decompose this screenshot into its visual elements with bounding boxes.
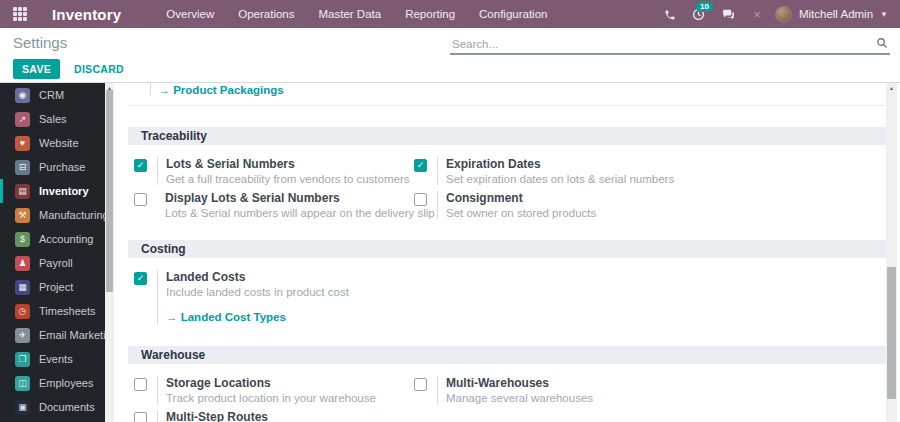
sidebar-item-events[interactable]: ❐Events bbox=[0, 347, 105, 371]
top-navbar: Inventory OverviewOperationsMaster DataR… bbox=[0, 0, 900, 28]
sidebar-item-employees[interactable]: ◫Employees bbox=[0, 371, 105, 395]
setting-label[interactable]: Display Lots & Serial Numbers bbox=[165, 191, 435, 205]
menu-item-overview[interactable]: Overview bbox=[156, 4, 224, 24]
option-divider bbox=[157, 376, 158, 404]
checkbox-display-lots-serial-numbers[interactable] bbox=[134, 193, 147, 206]
sidebar-item-label: Inventory bbox=[39, 185, 89, 197]
sidebar-item-label: Payroll bbox=[39, 257, 73, 269]
project-app-icon: ▦ bbox=[15, 280, 30, 295]
main-region: ◉CRM↗Sales♥Website⊟Purchase▤Inventory⚒Ma… bbox=[0, 82, 900, 422]
section-options: ✓Landed CostsInclude landed costs in pro… bbox=[114, 270, 886, 325]
option-divider bbox=[437, 191, 438, 219]
setting-description: Track product location in your warehouse bbox=[166, 392, 376, 404]
option-text: Expiration DatesSet expiration dates on … bbox=[446, 157, 674, 185]
search-box bbox=[450, 30, 890, 55]
email-marketing-app-icon: ✈ bbox=[15, 328, 30, 343]
app-menu: OverviewOperationsMaster DataReportingCo… bbox=[156, 4, 557, 24]
setting-option-lots-serial-numbers: ✓Lots & Serial NumbersGet a full traceab… bbox=[134, 157, 414, 185]
setting-label[interactable]: Consignment bbox=[446, 191, 596, 205]
checkbox-multi-warehouses[interactable] bbox=[414, 378, 427, 391]
option-text: Landed CostsInclude landed costs in prod… bbox=[166, 270, 349, 325]
setting-option-multi-warehouses: Multi-WarehousesManage several warehouse… bbox=[414, 376, 886, 404]
setting-option-landed-costs: ✓Landed CostsInclude landed costs in pro… bbox=[134, 270, 886, 325]
sidebar-item-label: Sales bbox=[39, 113, 67, 125]
save-button[interactable]: SAVE bbox=[13, 59, 60, 79]
content-scrollbar-area: ▲ bbox=[886, 83, 900, 422]
website-app-icon: ♥ bbox=[15, 136, 30, 151]
apps-menu-icon[interactable] bbox=[13, 7, 27, 21]
setting-option-consignment: ConsignmentSet owner on stored products bbox=[414, 191, 886, 219]
activities-clock-icon[interactable]: 10 bbox=[688, 7, 710, 21]
sidebar-item-purchase[interactable]: ⊟Purchase bbox=[0, 155, 105, 179]
option-divider bbox=[157, 157, 158, 185]
sidebar-item-sales[interactable]: ↗Sales bbox=[0, 107, 105, 131]
search-icon[interactable] bbox=[876, 35, 888, 53]
setting-description: Get a full traceability from vendors to … bbox=[166, 173, 410, 185]
user-menu-caret-icon: ▼ bbox=[880, 10, 888, 19]
sidebar-scrollbar[interactable]: ▲ bbox=[105, 83, 114, 422]
sidebar-item-accounting[interactable]: $Accounting bbox=[0, 227, 105, 251]
setting-label[interactable]: Expiration Dates bbox=[446, 157, 674, 171]
setting-label[interactable]: Multi-Step Routes bbox=[166, 410, 393, 422]
option-divider bbox=[437, 376, 438, 404]
sidebar-item-timesheets[interactable]: ◷Timesheets bbox=[0, 299, 105, 323]
sidebar-item-payroll[interactable]: ♟Payroll bbox=[0, 251, 105, 275]
setting-label[interactable]: Multi-Warehouses bbox=[446, 376, 593, 390]
scroll-up-icon[interactable]: ▲ bbox=[886, 85, 897, 91]
content-scrollbar-thumb[interactable] bbox=[887, 267, 896, 399]
checkbox-expiration-dates[interactable]: ✓ bbox=[414, 159, 427, 172]
settings-content: → Product Packagings Traceability✓Lots &… bbox=[114, 83, 886, 422]
checkbox-landed-costs[interactable]: ✓ bbox=[134, 272, 147, 285]
menu-item-configuration[interactable]: Configuration bbox=[469, 4, 557, 24]
manufacturing-app-icon: ⚒ bbox=[15, 208, 30, 223]
sidebar-item-label: Website bbox=[39, 137, 79, 149]
checkbox-consignment[interactable] bbox=[414, 193, 427, 206]
setting-label[interactable]: Landed Costs bbox=[166, 270, 349, 284]
sidebar-item-label: Purchase bbox=[39, 161, 85, 173]
activity-count-badge: 10 bbox=[696, 2, 713, 12]
action-buttons-row: SAVE DISCARD bbox=[0, 56, 900, 82]
discard-button[interactable]: DISCARD bbox=[74, 63, 124, 75]
setting-label[interactable]: Storage Locations bbox=[166, 376, 376, 390]
sidebar-item-inventory[interactable]: ▤Inventory bbox=[0, 179, 105, 203]
setting-label[interactable]: Lots & Serial Numbers bbox=[166, 157, 410, 171]
option-text: ConsignmentSet owner on stored products bbox=[446, 191, 596, 219]
checkbox-lots-serial-numbers[interactable]: ✓ bbox=[134, 159, 147, 172]
sidebar-item-label: CRM bbox=[39, 89, 64, 101]
menu-item-operations[interactable]: Operations bbox=[228, 4, 304, 24]
option-text: Lots & Serial NumbersGet a full traceabi… bbox=[166, 157, 410, 185]
menu-item-master-data[interactable]: Master Data bbox=[309, 4, 392, 24]
checkbox-multi-step-routes[interactable] bbox=[134, 412, 147, 422]
user-menu[interactable]: Mitchell Admin bbox=[799, 8, 873, 20]
systray: 10 × Mitchell Admin ▼ bbox=[659, 6, 900, 23]
payroll-app-icon: ♟ bbox=[15, 256, 30, 271]
sidebar-item-label: Documents bbox=[39, 401, 95, 413]
disconnect-icon[interactable]: × bbox=[746, 7, 768, 22]
setting-description: Set expiration dates on lots & serial nu… bbox=[446, 173, 674, 185]
option-divider bbox=[437, 157, 438, 185]
sidebar-item-documents[interactable]: ▣Documents bbox=[0, 395, 105, 419]
section-options: ✓Lots & Serial NumbersGet a full traceab… bbox=[114, 157, 886, 219]
product-packagings-link[interactable]: → Product Packagings bbox=[159, 84, 284, 96]
crm-app-icon: ◉ bbox=[15, 88, 30, 103]
sidebar-item-project[interactable]: ▦Project bbox=[0, 275, 105, 299]
link-landed-cost-types[interactable]: → Landed Cost Types bbox=[166, 311, 286, 323]
sidebar-item-website[interactable]: ♥Website bbox=[0, 131, 105, 155]
settings-sections: Traceability✓Lots & Serial NumbersGet a … bbox=[114, 127, 886, 422]
sidebar-item-crm[interactable]: ◉CRM bbox=[0, 83, 105, 107]
employees-app-icon: ◫ bbox=[15, 376, 30, 391]
app-title[interactable]: Inventory bbox=[52, 6, 121, 23]
purchase-app-icon: ⊟ bbox=[15, 160, 30, 175]
sidebar-scrollbar-thumb[interactable] bbox=[106, 90, 113, 292]
setting-option-display-lots-serial-numbers: Display Lots & Serial NumbersLots & Seri… bbox=[134, 191, 414, 219]
sidebar-item-manufacturing[interactable]: ⚒Manufacturing bbox=[0, 203, 105, 227]
messages-icon[interactable] bbox=[717, 7, 739, 21]
sidebar-item-email-marketing[interactable]: ✈Email Marketing bbox=[0, 323, 105, 347]
search-input[interactable] bbox=[450, 35, 890, 55]
checkbox-storage-locations[interactable] bbox=[134, 378, 147, 391]
phone-icon[interactable] bbox=[659, 7, 681, 21]
user-avatar[interactable] bbox=[775, 6, 792, 23]
sidebar-item-label: Email Marketing bbox=[39, 329, 105, 341]
content-scrollbar[interactable]: ▲ bbox=[886, 83, 897, 422]
menu-item-reporting[interactable]: Reporting bbox=[395, 4, 465, 24]
